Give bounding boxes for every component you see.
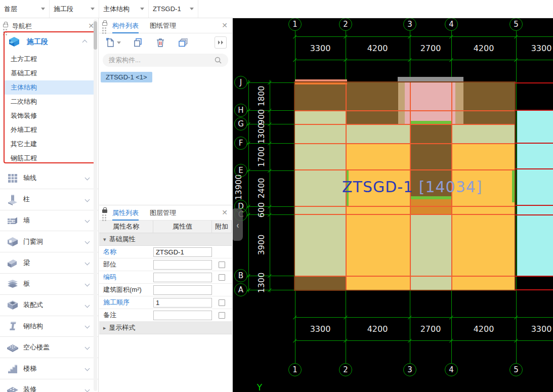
- attach-checkbox[interactable]: [219, 262, 225, 268]
- grid-line: [247, 82, 295, 83]
- category-row-钢结构[interactable]: 钢结构: [0, 316, 98, 337]
- category-row-梁[interactable]: 梁: [0, 252, 98, 273]
- sidebar-item-二次结构[interactable]: 二次结构: [5, 95, 95, 109]
- category-row-轴线[interactable]: 轴线: [0, 167, 98, 189]
- property-input-施工顺序[interactable]: [153, 298, 212, 308]
- category-row-空心楼盖[interactable]: 空心楼盖: [0, 336, 98, 358]
- category-list: 轴线柱墙门窗洞梁板装配式钢结构空心楼盖楼梯装修: [0, 167, 98, 392]
- sidebar-item-钢筋工程[interactable]: 钢筋工程: [5, 151, 95, 165]
- toolbar-combo-2[interactable]: 施工段: [50, 0, 99, 18]
- copy-component-button[interactable]: [132, 36, 144, 49]
- toolbar-combo-1[interactable]: 首层: [0, 0, 50, 18]
- category-row-装修[interactable]: 装修: [0, 379, 98, 392]
- category-row-楼梯[interactable]: 楼梯: [0, 358, 98, 379]
- property-row-施工顺序: 施工顺序: [99, 296, 232, 309]
- component-search-input[interactable]: 搜索构件...: [103, 54, 228, 67]
- property-value-cell: [153, 260, 212, 270]
- dim-top-3300: 3300: [310, 43, 331, 53]
- scrollbar-thumb[interactable]: [94, 21, 97, 50]
- drag-handle-icon[interactable]: [102, 214, 106, 221]
- category-row-柱[interactable]: 柱: [0, 189, 98, 210]
- category-label: 板: [23, 279, 86, 288]
- sidebar-item-其它土建[interactable]: 其它土建: [5, 137, 95, 151]
- door-window-icon: [6, 236, 19, 248]
- grid-line: [515, 205, 553, 206]
- beam-icon: [6, 257, 19, 269]
- dim-top-4200: 4200: [474, 43, 494, 53]
- sidebar-item-土方工程[interactable]: 土方工程: [5, 52, 95, 66]
- group-header-construction-section[interactable]: 施工段: [5, 33, 95, 51]
- property-column-header: 附加: [212, 221, 232, 233]
- combo-value: 施工段: [54, 5, 89, 14]
- close-icon[interactable]: ✕: [222, 22, 228, 29]
- grid-line: [515, 143, 553, 144]
- close-icon[interactable]: ✕: [222, 209, 228, 216]
- chevron-up-icon[interactable]: [82, 39, 88, 45]
- property-name: 部位: [99, 260, 153, 269]
- group-label: 施工段: [27, 37, 83, 47]
- unlock-icon[interactable]: [102, 22, 107, 26]
- dim-left-900: 900: [257, 109, 266, 125]
- property-section-显示样式[interactable]: ▸显示样式: [99, 322, 232, 334]
- plan-block-cyan: [517, 111, 553, 276]
- axis-bubble-left-G: G: [234, 117, 247, 130]
- category-label: 装配式: [23, 300, 86, 310]
- sidebar-scrollbar[interactable]: [94, 19, 97, 391]
- property-input-建筑面积(m²)[interactable]: [153, 285, 212, 295]
- chevron-down-icon: [85, 281, 90, 286]
- axis-bubble-top-2: 2: [339, 18, 352, 31]
- dim-top-4200: 4200: [367, 43, 388, 53]
- sidebar-item-基础工程[interactable]: 基础工程: [5, 66, 95, 80]
- category-row-装配式[interactable]: 装配式: [0, 294, 98, 316]
- property-input-部位[interactable]: [153, 260, 212, 270]
- copy-icon: [133, 37, 143, 48]
- toolbar-combo-3[interactable]: 主体结构: [99, 0, 149, 18]
- grid-line: [295, 124, 515, 125]
- tab-图纸管理[interactable]: 图纸管理: [150, 18, 176, 33]
- component-toolbar: [99, 33, 232, 52]
- category-label: 装修: [23, 385, 86, 392]
- dim-bottom-3300: 3300: [310, 324, 331, 334]
- property-section-基础属性[interactable]: ▾基础属性: [99, 233, 232, 246]
- batch-copy-button[interactable]: [177, 36, 190, 49]
- delete-component-button[interactable]: [154, 36, 166, 49]
- steel-icon: [6, 320, 19, 332]
- sidebar-item-装饰装修[interactable]: 装饰装修: [5, 109, 95, 123]
- attach-checkbox[interactable]: [219, 274, 225, 281]
- trash-icon: [155, 37, 165, 48]
- property-input-编码[interactable]: [153, 273, 212, 282]
- property-input-备注[interactable]: [153, 311, 212, 320]
- tab-图层管理[interactable]: 图层管理: [150, 205, 176, 221]
- dim-bottom-2700: 2700: [420, 324, 441, 334]
- property-row-备注: 备注: [99, 309, 232, 322]
- lock-icon[interactable]: [102, 209, 107, 213]
- sidebar-item-主体结构[interactable]: 主体结构: [5, 80, 95, 95]
- grid-line: [515, 276, 553, 277]
- category-row-门窗洞[interactable]: 门窗洞: [0, 231, 98, 252]
- new-component-button[interactable]: [104, 36, 122, 49]
- grid-line: [295, 36, 553, 37]
- category-row-板[interactable]: 板: [0, 273, 98, 294]
- attach-checkbox[interactable]: [219, 299, 225, 306]
- axis-bubble-left-H: H: [234, 104, 247, 117]
- component-list-item[interactable]: ZTSGD-1 <1>: [101, 72, 152, 82]
- property-row-编码: 编码: [99, 271, 232, 284]
- chevron-down-icon: [85, 366, 90, 371]
- cad-viewport[interactable]: 3300330042004200270027004200420033003300…: [233, 18, 553, 392]
- expand-toolbar-button[interactable]: [215, 36, 227, 49]
- property-name: 名称: [99, 247, 153, 256]
- tab-构件列表[interactable]: 构件列表: [112, 18, 139, 33]
- tab-属性列表[interactable]: 属性列表: [112, 205, 139, 221]
- property-value-cell: [153, 311, 212, 320]
- panel-collapse-handle[interactable]: ‹: [233, 208, 243, 241]
- category-row-墙[interactable]: 墙: [0, 210, 98, 231]
- unlock-icon[interactable]: [3, 24, 8, 27]
- attach-checkbox[interactable]: [219, 312, 225, 319]
- toolbar-combo-4[interactable]: ZTSGD-1: [149, 0, 198, 18]
- search-placeholder: 搜索构件...: [109, 56, 214, 65]
- selection-label-name: ZTSGD-1: [342, 178, 419, 196]
- axis-bubble-bottom-5: 5: [509, 363, 523, 376]
- sidebar-item-外墙工程[interactable]: 外墙工程: [5, 123, 95, 137]
- property-extra-cell: [212, 312, 232, 319]
- property-input-名称[interactable]: [153, 247, 212, 257]
